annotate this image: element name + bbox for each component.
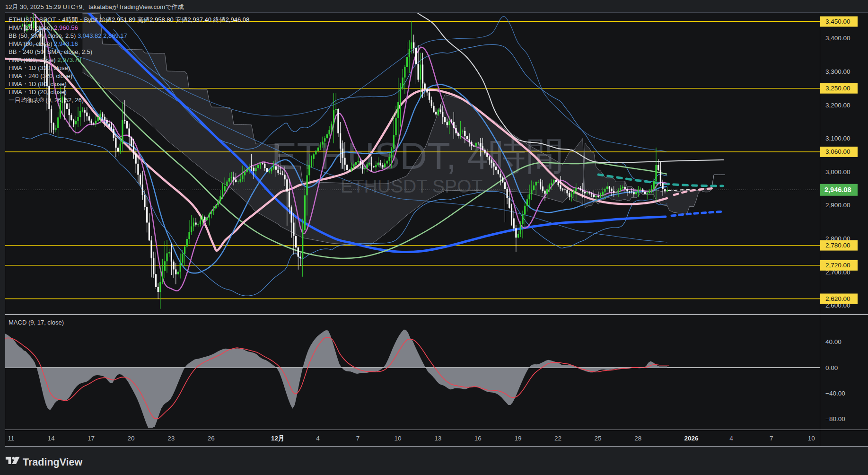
svg-text:7: 7: [356, 435, 360, 442]
svg-text:11: 11: [8, 435, 14, 442]
svg-text:2,720.00: 2,720.00: [825, 262, 850, 269]
svg-text:2,946.08: 2,946.08: [824, 186, 851, 194]
svg-text:3,060.00: 3,060.00: [825, 148, 850, 155]
svg-text:4: 4: [729, 435, 733, 442]
svg-text:7: 7: [770, 435, 773, 442]
svg-text:2,620.00: 2,620.00: [825, 295, 850, 302]
svg-text:HMA・1D (320, close): HMA・1D (320, close): [9, 64, 70, 71]
svg-text:12月: 12月: [271, 435, 285, 442]
svg-text:HMA (80, close) 2,943.16: HMA (80, close) 2,943.16: [9, 40, 78, 47]
svg-text:13: 13: [434, 435, 441, 442]
svg-text:2,900.00: 2,900.00: [825, 202, 850, 209]
svg-text:3,400.00: 3,400.00: [825, 35, 850, 42]
svg-text:23: 23: [167, 435, 175, 442]
svg-text:HMA・1D (20, close): HMA・1D (20, close): [9, 88, 67, 96]
svg-text:26: 26: [208, 435, 215, 442]
svg-text:14: 14: [47, 435, 55, 442]
svg-text:3,200.00: 3,200.00: [825, 102, 850, 109]
svg-text:40.00: 40.00: [825, 338, 842, 345]
svg-text:4: 4: [316, 435, 320, 442]
svg-text:一目均衡表® (9, 26, 52, 26): 一目均衡表® (9, 26, 52, 26): [9, 97, 84, 104]
svg-text:−80.00: −80.00: [825, 415, 845, 422]
svg-text:HMA (320, close) 2,973.78: HMA (320, close) 2,973.78: [9, 56, 81, 63]
svg-text:3,000.00: 3,000.00: [825, 168, 850, 176]
svg-text:HMA・240 (320, close): HMA・240 (320, close): [9, 72, 72, 79]
svg-text:HMA (20, close) 2,960.56: HMA (20, close) 2,960.56: [9, 24, 78, 31]
svg-text:17: 17: [88, 435, 95, 442]
svg-text:−40.00: −40.00: [825, 390, 845, 397]
svg-text:MACD (9, 17, close): MACD (9, 17, close): [9, 319, 64, 326]
svg-text:0.00: 0.00: [825, 364, 838, 371]
svg-text:TradingView: TradingView: [23, 457, 83, 468]
svg-text:20: 20: [128, 435, 135, 442]
svg-text:25: 25: [595, 435, 602, 442]
svg-text:19: 19: [514, 435, 521, 442]
svg-text:2,780.00: 2,780.00: [825, 242, 850, 249]
svg-text:HMA・1D (80, close): HMA・1D (80, close): [9, 80, 67, 88]
svg-text:3,450.00: 3,450.00: [825, 18, 850, 25]
svg-text:2026: 2026: [684, 435, 699, 442]
svg-text:3,250.00: 3,250.00: [825, 85, 850, 92]
svg-text:BB・240 (50, SMA, close, 2.5): BB・240 (50, SMA, close, 2.5): [9, 48, 92, 55]
svg-text:28: 28: [634, 435, 641, 442]
svg-text:ETHUSDT SPOT・4時間・Bybit 始値2,95: ETHUSDT SPOT・4時間・Bybit 始値2,951.89 高値2,95…: [9, 16, 249, 23]
svg-text:10: 10: [808, 435, 815, 442]
svg-text:10: 10: [395, 435, 402, 442]
svg-text:22: 22: [554, 435, 561, 442]
svg-text:BB (50, SMA, close, 2.5) 3,04: BB (50, SMA, close, 2.5) 3,043.82 2,869.…: [9, 32, 127, 39]
svg-text:12月 30, 2025 15:29 UTC+9、takat: 12月 30, 2025 15:29 UTC+9、takatabaがTradin…: [5, 3, 184, 10]
svg-text:3,300.00: 3,300.00: [825, 68, 850, 75]
svg-text:3,100.00: 3,100.00: [825, 135, 850, 142]
svg-text:16: 16: [474, 435, 482, 442]
